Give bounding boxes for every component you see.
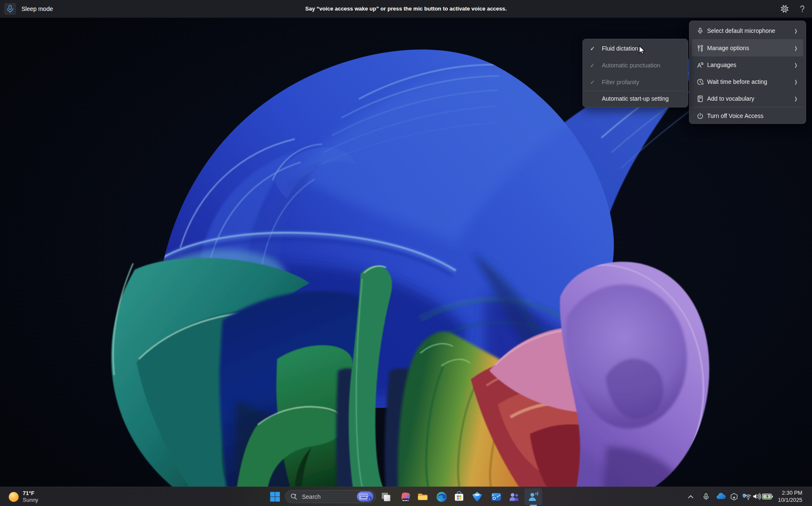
svg-text:M365: M365: [402, 499, 409, 501]
svg-text:L: L: [369, 497, 370, 501]
